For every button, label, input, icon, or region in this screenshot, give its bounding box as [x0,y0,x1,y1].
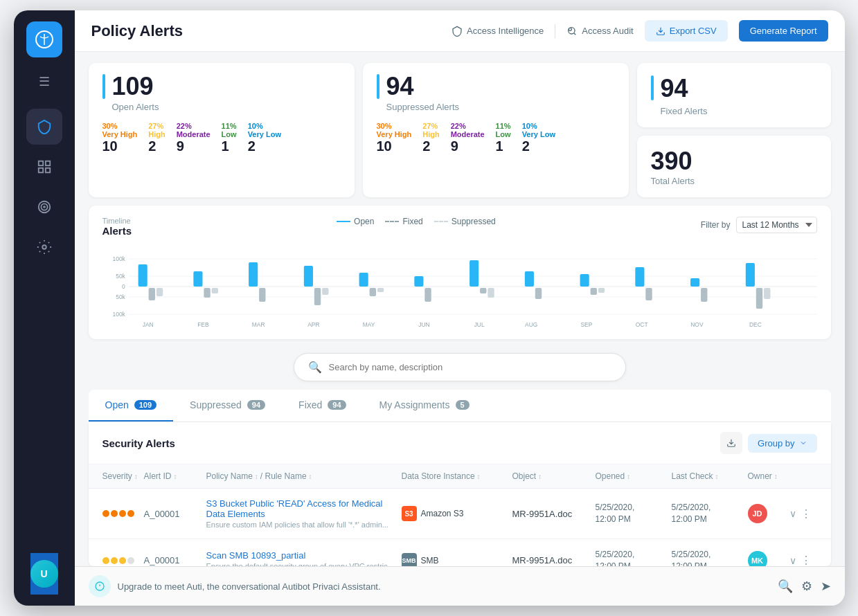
sidebar-item-target[interactable] [26,189,62,225]
svg-text:100k: 100k [112,255,125,262]
col-actions [789,471,817,481]
expand-button[interactable]: ∨ [789,555,796,566]
chart-svg: 100k 50k 0 50k 100k [102,245,817,328]
last-check-cell: 5/25/2020,12:00 PM [672,549,748,566]
user-avatar[interactable]: U [30,560,58,588]
open-high: 27% High 2 [148,122,165,154]
svg-text:DEC: DEC [749,321,761,328]
svg-rect-36 [470,260,479,287]
settings-bottom-icon[interactable]: ⚙ [801,579,812,594]
search-icon: 🔍 [308,361,322,374]
forward-bottom-icon[interactable]: ➤ [821,579,831,594]
upgrade-message: Upgrade to meet Auti, the conversational… [89,575,381,597]
sidebar-item-settings[interactable] [26,229,62,265]
chart-legend: Open Fixed Suppressed [337,217,496,226]
access-audit-label: Access Audit [582,26,633,36]
sidebar: ☰ U [14,10,75,606]
upgrade-icon [89,575,111,597]
page-title: Policy Alerts [91,22,183,40]
legend-open: Open [337,217,374,226]
months-filter-select[interactable]: Last 12 Months Last 6 Months Last 3 Mont… [736,217,817,233]
filter-select: Filter by Last 12 Months Last 6 Months L… [701,217,817,233]
main-content: Policy Alerts Access Intelligence Access… [75,10,845,606]
svg-text:0: 0 [122,283,125,290]
total-number: 390 [651,147,817,176]
app-logo[interactable] [26,21,62,57]
access-intelligence-label: Access Intelligence [467,26,544,36]
table-title: Security Alerts [102,437,175,449]
opened-cell: 5/25/2020,12:00 PM [596,502,672,525]
suppressed-tab-badge: 94 [247,400,265,410]
fixed-number: 94 [661,74,708,103]
table-toolbar: Security Alerts Group by [89,422,831,464]
svg-text:NOV: NOV [690,321,703,328]
svg-rect-30 [322,288,328,295]
chart-timeline-label: Timeline [102,217,132,225]
tab-fixed[interactable]: Fixed 94 [282,390,362,422]
generate-report-button[interactable]: Generate Report [739,20,828,42]
access-intelligence-link[interactable]: Access Intelligence [452,26,544,37]
table-header: Severity ↕ Alert ID ↕ Policy Name ↕ / Ru… [89,464,831,489]
svg-rect-4 [45,168,49,172]
data-store-cell: S3 Amazon S3 [402,506,512,521]
svg-text:JAN: JAN [142,321,153,328]
export-csv-button[interactable]: Export CSV [645,20,728,42]
severity-indicator [102,510,144,517]
alerts-table: Security Alerts Group by Severity ↕ Aler… [89,422,831,566]
col-policy-name: Policy Name ↕ / Rule Name ↕ [206,471,402,481]
tab-my-assignments[interactable]: My Assignments 5 [363,390,486,422]
object-cell: MR-9951A.doc [512,509,596,519]
svg-rect-28 [303,266,312,287]
svg-rect-27 [259,288,265,302]
svg-rect-47 [701,288,707,302]
svg-rect-22 [156,288,162,296]
open-alerts-card: 109 Open Alerts 30% Very High 10 27% Hig… [89,63,355,197]
svg-rect-32 [369,288,375,296]
svg-rect-48 [745,263,754,287]
download-button[interactable] [720,432,742,454]
row-actions: ∨ ⋮ [789,554,817,566]
svg-rect-39 [524,271,533,287]
more-options-button[interactable]: ⋮ [801,554,812,566]
svg-text:100k: 100k [112,311,125,318]
search-bottom-icon[interactable]: 🔍 [778,579,793,594]
policy-name-cell: S3 Bucket Public 'READ' Access for Medic… [206,498,402,529]
search-input[interactable] [329,362,611,372]
chart-title-block: Timeline Alerts [102,217,132,237]
table-row: A_00001 S3 Bucket Public 'READ' Access f… [89,489,831,539]
group-by-button[interactable]: Group by [748,434,816,453]
svg-rect-41 [580,274,589,287]
svg-rect-35 [424,288,431,302]
alert-id-cell: A_00001 [144,509,206,519]
toolbar-right: Group by [720,432,816,454]
open-moderate: 22% Moderate 9 [177,122,211,154]
expand-button[interactable]: ∨ [789,508,796,519]
suppressed-breakdown: 30% Very High 10 27% High 2 22% Moderate… [377,122,615,154]
sup-high: 27% High 2 [422,122,439,154]
svg-text:FEB: FEB [197,321,209,328]
suppressed-alerts-card: 94 Suppressed Alerts 30% Very High 10 27… [363,63,629,197]
legend-open-line [337,221,350,222]
tab-suppressed[interactable]: Suppressed 94 [173,390,282,422]
col-opened: Opened ↕ [596,471,672,481]
alert-id-cell: A_00001 [144,555,206,565]
svg-rect-34 [414,276,423,287]
access-audit-link[interactable]: Access Audit [566,26,633,37]
stats-row: 109 Open Alerts 30% Very High 10 27% Hig… [75,52,845,206]
sidebar-item-shield[interactable] [26,109,62,145]
tabs-row: Open 109 Suppressed 94 Fixed 94 My Assig… [89,390,831,422]
sidebar-item-grid[interactable] [26,149,62,185]
tab-open[interactable]: Open 109 [89,390,174,422]
sup-moderate: 22% Moderate 9 [451,122,485,154]
menu-icon[interactable]: ☰ [39,74,50,89]
col-severity: Severity ↕ [102,471,144,481]
assignments-tab-badge: 5 [456,400,470,410]
svg-text:SEP: SEP [580,321,592,328]
open-breakdown: 30% Very High 10 27% High 2 22% Moderate… [102,122,341,154]
more-options-button[interactable]: ⋮ [801,507,812,520]
col-last-check: Last Check ↕ [672,471,748,481]
data-store-cell: SMB SMB [402,553,512,566]
suppressed-alerts-number: 94 [377,74,615,99]
last-check-cell: 5/25/2020,12:00 PM [672,502,748,525]
svg-rect-49 [756,288,762,309]
